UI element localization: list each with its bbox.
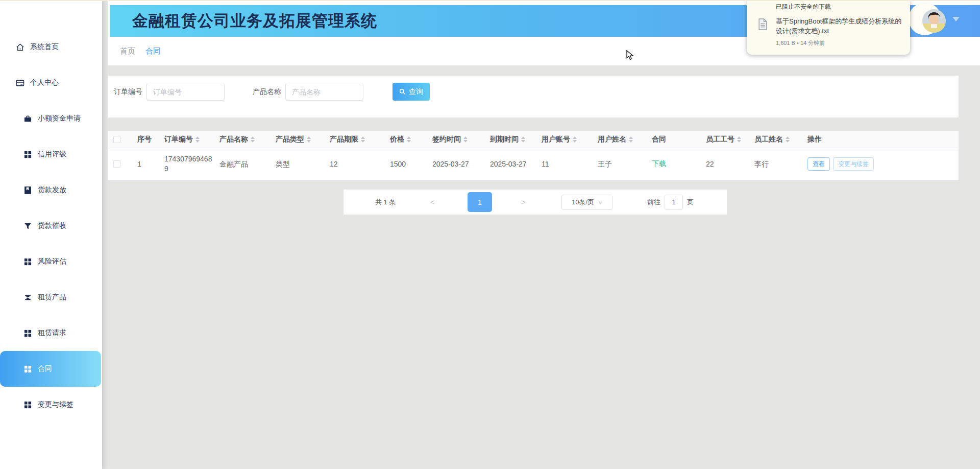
cell-到期时间: 2025-03-27 — [485, 148, 536, 180]
column-header-员工工号[interactable]: 员工工号 — [701, 131, 749, 148]
column-header-用户姓名[interactable]: 用户姓名 — [593, 131, 647, 148]
goto-label: 前往 — [647, 198, 660, 207]
column-header-产品类型[interactable]: 产品类型 — [271, 131, 325, 148]
sort-carets-icon[interactable] — [307, 136, 311, 143]
sidebar-item-个人中心[interactable]: 个人中心 — [0, 65, 102, 101]
search-card: 订单编号 产品名称 查询 — [108, 76, 959, 118]
order-no-input[interactable] — [146, 83, 225, 101]
sidebar-item-租赁请求[interactable]: 租赁请求 — [0, 315, 102, 351]
column-label: 签约时间 — [432, 135, 461, 144]
query-button-label: 查询 — [409, 87, 423, 97]
avatar-photo — [922, 9, 946, 33]
sidebar-item-label: 货款发放 — [38, 185, 66, 195]
grid-icon — [23, 400, 32, 409]
grid-icon — [23, 364, 32, 373]
cell-value: 金融产品 — [219, 159, 248, 169]
sidebar-item-label: 变更与续签 — [38, 400, 74, 409]
sidebar-item-小额资金申请[interactable]: 小额资金申请 — [0, 101, 102, 136]
change-renew-button[interactable]: 变更与续签 — [833, 157, 874, 171]
column-header-价格[interactable]: 价格 — [385, 131, 427, 148]
sort-carets-icon[interactable] — [463, 136, 468, 143]
sort-carets-icon[interactable] — [361, 136, 365, 143]
cell-value: 李行 — [754, 159, 769, 169]
chevron-down-icon: ∨ — [598, 199, 602, 206]
sidebar-item-label: 信用评级 — [38, 150, 66, 159]
idcard-icon — [15, 78, 24, 87]
sort-carets-icon[interactable] — [195, 136, 200, 143]
column-label: 序号 — [137, 135, 152, 144]
column-header-签约时间[interactable]: 签约时间 — [427, 131, 485, 148]
goto-suffix: 页 — [687, 198, 694, 207]
column-header-产品名称[interactable]: 产品名称 — [214, 131, 271, 148]
header-checkbox-cell — [108, 131, 132, 148]
sidebar-item-变更与续签[interactable]: 变更与续签 — [0, 387, 102, 423]
cell-操作: 查看变更与续签 — [802, 148, 959, 180]
column-header-用户账号[interactable]: 用户账号 — [536, 131, 593, 148]
column-label: 产品期限 — [330, 135, 358, 144]
column-label: 操作 — [807, 135, 822, 144]
cell-序号: 1 — [132, 148, 159, 180]
table-row: 11743079694689金融产品类型1215002025-03-272025… — [108, 148, 959, 180]
sort-carets-icon[interactable] — [521, 136, 525, 143]
sidebar-item-风险评估[interactable]: 风险评估 — [0, 244, 102, 279]
sidebar-item-label: 合同 — [38, 364, 52, 373]
column-header-到期时间[interactable]: 到期时间 — [485, 131, 536, 148]
column-header-员工姓名[interactable]: 员工姓名 — [749, 131, 802, 148]
sort-carets-icon[interactable] — [786, 136, 790, 143]
row-checkbox[interactable] — [113, 160, 120, 168]
avatar[interactable] — [922, 9, 946, 33]
column-label: 价格 — [390, 135, 404, 144]
cell-value: 12 — [330, 159, 338, 169]
cell-value: 2025-03-27 — [490, 159, 527, 169]
pagination-total: 共 1 条 — [375, 198, 396, 207]
cell-value: 22 — [706, 159, 714, 169]
sort-carets-icon[interactable] — [407, 136, 411, 143]
cell-用户账号: 11 — [536, 148, 593, 180]
tab-contract[interactable]: 合同 — [145, 46, 161, 56]
view-button[interactable]: 查看 — [807, 157, 830, 171]
pagination-bar: 共 1 条 < 1 > 10条/页 ∨ 前往 页 — [344, 190, 727, 215]
sort-carets-icon[interactable] — [573, 136, 577, 143]
sidebar-item-货款发放[interactable]: 货款发放 — [0, 172, 102, 208]
briefcase-icon — [23, 114, 32, 123]
column-header-产品期限[interactable]: 产品期限 — [325, 131, 385, 148]
cell-value: 1 — [137, 159, 141, 169]
sidebar-item-合同[interactable]: 合同 — [0, 351, 101, 387]
sidebar: 系统首页个人中心小额资金申请信用评级货款发放贷款催收风险评估租赁产品租赁请求合同… — [0, 1, 102, 469]
header-actions — [903, 1, 980, 37]
column-header-订单编号[interactable]: 订单编号 — [159, 131, 214, 148]
column-label: 员工工号 — [706, 135, 734, 144]
tab-home[interactable]: 首页 — [120, 46, 135, 56]
prev-page-button[interactable]: < — [430, 198, 434, 206]
cell-产品期限: 12 — [325, 148, 385, 180]
chevron-down-icon[interactable] — [952, 17, 960, 21]
download-file-name[interactable]: 基于SpringBoot框架的学生成绩分析系统的设计(需求文档).txt — [776, 16, 902, 36]
sidebar-item-租赁产品[interactable]: 租赁产品 — [0, 279, 102, 315]
sidebar-item-信用评级[interactable]: 信用评级 — [0, 136, 102, 172]
sort-carets-icon[interactable] — [737, 136, 741, 143]
page-size-select[interactable]: 10条/页 ∨ — [561, 195, 612, 210]
sort-carets-icon[interactable] — [629, 136, 633, 143]
product-name-input[interactable] — [285, 83, 363, 101]
cell-用户姓名: 王子 — [593, 148, 647, 180]
film-icon — [23, 293, 32, 302]
document-icon — [758, 18, 767, 32]
grid-icon — [23, 257, 32, 266]
select-all-checkbox[interactable] — [113, 136, 120, 143]
download-contract-link[interactable]: 下载 — [652, 159, 666, 169]
cell-产品类型: 类型 — [271, 148, 325, 180]
download-file-meta: 1,601 B • 14 分钟前 — [776, 39, 825, 47]
page-number-button[interactable]: 1 — [468, 192, 492, 212]
query-button[interactable]: 查询 — [393, 83, 430, 101]
column-label: 合同 — [652, 135, 666, 144]
grid-icon — [23, 150, 32, 159]
next-page-button[interactable]: > — [521, 198, 525, 206]
sort-carets-icon[interactable] — [251, 136, 255, 143]
goto-page-input[interactable] — [665, 195, 683, 209]
column-header-序号: 序号 — [132, 131, 159, 148]
cell-产品名称: 金融产品 — [214, 148, 271, 180]
sidebar-item-label: 租赁请求 — [38, 329, 66, 338]
sidebar-item-贷款催收[interactable]: 贷款催收 — [0, 208, 102, 244]
product-name-label: 产品名称 — [253, 87, 281, 97]
sidebar-item-系统首页[interactable]: 系统首页 — [0, 29, 102, 65]
